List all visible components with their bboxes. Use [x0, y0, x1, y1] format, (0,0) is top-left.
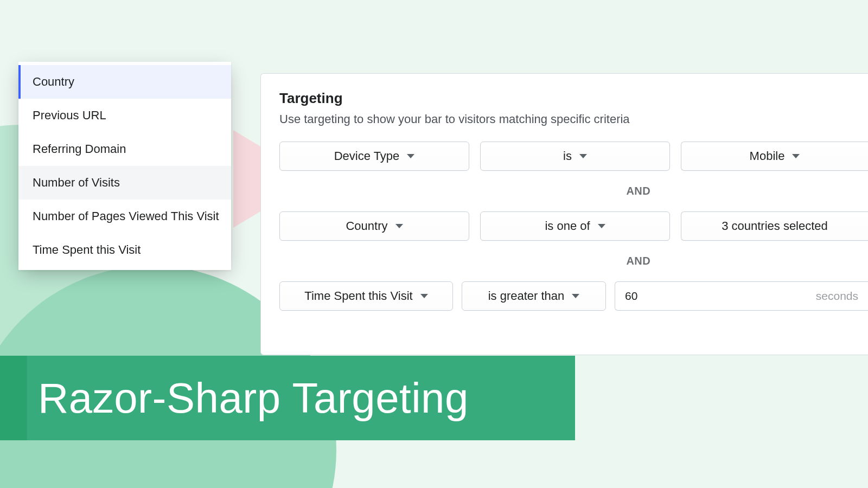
- rule-row: Time Spent this Visit is greater than 60…: [279, 281, 868, 311]
- sidebar-item-number-of-visits[interactable]: Number of Visits: [18, 166, 231, 200]
- rule-joiner: AND: [279, 185, 868, 197]
- select-label: Time Spent this Visit: [304, 289, 412, 303]
- sidebar-item-pages-viewed[interactable]: Number of Pages Viewed This Visit: [18, 200, 231, 233]
- caret-down-icon: [395, 224, 403, 228]
- field-select-time-spent[interactable]: Time Spent this Visit: [279, 281, 453, 311]
- caret-down-icon: [579, 154, 587, 158]
- operator-select[interactable]: is one of: [480, 211, 670, 241]
- banner-body: Razor-Sharp Targeting: [27, 356, 575, 440]
- caret-down-icon: [572, 294, 579, 298]
- banner-title: Razor-Sharp Targeting: [38, 374, 469, 423]
- select-label: Mobile: [750, 149, 785, 163]
- input-value: 60: [625, 290, 637, 303]
- value-select[interactable]: Mobile: [681, 142, 868, 171]
- caret-down-icon: [420, 294, 428, 298]
- sidebar-item-label: Number of Visits: [33, 176, 120, 190]
- value-input-seconds[interactable]: 60 seconds: [615, 281, 868, 311]
- field-select-device-type[interactable]: Device Type: [279, 142, 469, 171]
- sidebar-item-time-spent[interactable]: Time Spent this Visit: [18, 233, 231, 267]
- select-label: is one of: [545, 219, 590, 233]
- sidebar-item-label: Previous URL: [33, 108, 106, 123]
- operator-select[interactable]: is: [480, 142, 670, 171]
- select-label: 3 countries selected: [722, 219, 828, 233]
- sidebar-item-referring-domain[interactable]: Referring Domain: [18, 132, 231, 166]
- sidebar-item-label: Referring Domain: [33, 142, 126, 156]
- banner-accent: [0, 356, 27, 440]
- rule-joiner: AND: [279, 255, 868, 267]
- sidebar-item-label: Time Spent this Visit: [33, 243, 141, 257]
- value-select[interactable]: 3 countries selected: [681, 211, 868, 241]
- caret-down-icon: [407, 154, 414, 158]
- field-select-country[interactable]: Country: [279, 211, 469, 241]
- rule-row: Country is one of 3 countries selected: [279, 211, 868, 241]
- targeting-panel: Targeting Use targeting to show your bar…: [260, 73, 868, 355]
- select-label: Device Type: [334, 149, 400, 163]
- panel-subtitle: Use targeting to show your bar to visito…: [279, 112, 868, 126]
- caret-down-icon: [598, 224, 605, 228]
- select-label: Country: [346, 219, 387, 233]
- operator-select[interactable]: is greater than: [462, 281, 606, 311]
- select-label: is greater than: [488, 289, 565, 303]
- sidebar-item-label: Country: [33, 75, 74, 89]
- input-unit: seconds: [816, 290, 858, 303]
- sidebar-item-label: Number of Pages Viewed This Visit: [33, 209, 219, 223]
- sidebar-item-country[interactable]: Country: [18, 65, 231, 99]
- headline-banner: Razor-Sharp Targeting: [0, 356, 803, 440]
- sidebar-item-previous-url[interactable]: Previous URL: [18, 99, 231, 132]
- targeting-field-menu: Country Previous URL Referring Domain Nu…: [18, 62, 231, 270]
- select-label: is: [563, 149, 572, 163]
- panel-title: Targeting: [279, 90, 868, 107]
- rule-row: Device Type is Mobile: [279, 142, 868, 171]
- caret-down-icon: [792, 154, 800, 158]
